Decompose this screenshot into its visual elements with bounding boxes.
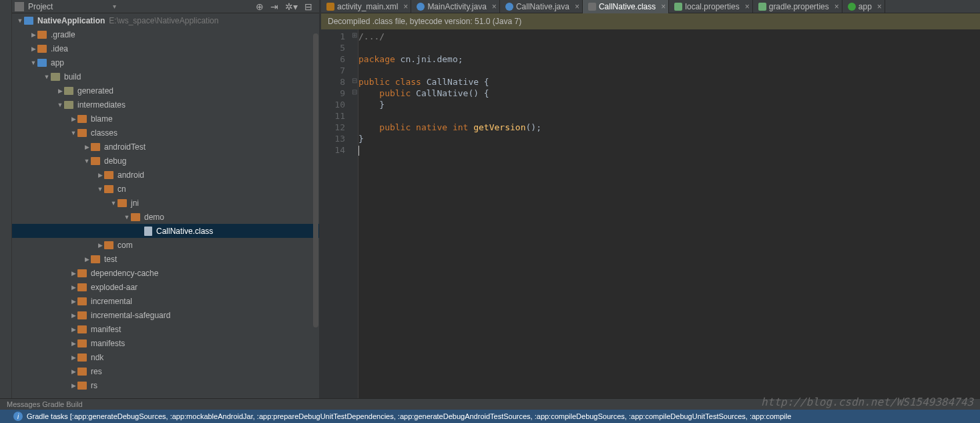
tab-callnative-java[interactable]: CallNative.java× <box>500 0 583 13</box>
label: jni <box>131 198 139 208</box>
tree-item[interactable]: androidTest <box>12 140 319 154</box>
tab-gradle-properties[interactable]: gradle.properties× <box>753 0 842 13</box>
tree-item[interactable]: classes <box>12 126 319 140</box>
expand-icon[interactable] <box>69 270 77 277</box>
expand-icon[interactable] <box>69 312 77 319</box>
tab-local-properties[interactable]: local.properties× <box>669 0 752 13</box>
close-icon[interactable]: × <box>877 2 882 11</box>
expand-icon[interactable] <box>43 74 51 80</box>
tree-item[interactable]: debug <box>12 154 319 168</box>
expand-icon[interactable] <box>69 130 77 136</box>
keyword: package <box>358 54 395 64</box>
expand-icon[interactable] <box>69 368 77 375</box>
tree-item[interactable]: generated <box>12 84 319 98</box>
tab-app-gradle[interactable]: app× <box>842 0 885 13</box>
tree-item[interactable]: ndk <box>12 350 319 364</box>
tree-root[interactable]: NativeApplication E:\ws_space\NativeAppl… <box>12 13 319 27</box>
folder-icon <box>77 382 87 390</box>
label: generated <box>77 86 113 96</box>
close-icon[interactable]: × <box>492 2 497 11</box>
tree-item[interactable]: demo <box>12 210 319 224</box>
fold-expand-icon[interactable]: ⊞ <box>350 29 358 41</box>
tab-activity-main[interactable]: activity_main.xml× <box>321 0 411 13</box>
tree-item[interactable]: app <box>12 55 319 69</box>
tree-item[interactable]: rs <box>12 378 319 392</box>
settings-icon[interactable]: ✲▾ <box>285 1 298 12</box>
tree-item[interactable]: exploded-aar <box>12 280 319 294</box>
folder-icon <box>64 101 73 109</box>
module-icon <box>37 59 47 67</box>
expand-icon[interactable] <box>83 256 91 263</box>
tree-item[interactable]: .idea <box>12 41 319 55</box>
tree-item[interactable]: android <box>12 168 319 182</box>
expand-icon[interactable] <box>29 31 37 38</box>
expand-icon[interactable] <box>69 284 77 291</box>
expand-icon[interactable] <box>96 242 104 249</box>
hide-icon[interactable]: ⊟ <box>304 1 312 12</box>
tree-item[interactable]: blame <box>12 112 319 126</box>
fold-collapse-icon[interactable]: ⊟ <box>350 86 358 98</box>
line-number: 13 <box>321 133 345 144</box>
tree-item[interactable]: incremental <box>12 294 319 308</box>
close-icon[interactable]: × <box>575 2 579 11</box>
project-tree[interactable]: NativeApplication E:\ws_space\NativeAppl… <box>12 13 319 398</box>
tree-item[interactable]: jni <box>12 196 319 210</box>
class-name: CallNative <box>427 77 479 87</box>
tree-item[interactable]: incremental-safeguard <box>12 308 319 322</box>
tree-item-selected[interactable]: CallNative.class <box>12 224 319 238</box>
expand-icon[interactable] <box>83 158 91 164</box>
folder-icon <box>37 31 47 39</box>
tree-item[interactable]: cn <box>12 182 319 196</box>
expand-icon[interactable] <box>83 144 91 150</box>
tree-item[interactable]: .gradle <box>12 27 319 41</box>
tree-item[interactable]: build <box>12 69 319 84</box>
folder-icon <box>104 241 113 249</box>
folder-icon <box>77 354 87 362</box>
properties-file-icon <box>758 3 766 11</box>
constructor-name: CallNative <box>416 88 468 98</box>
expand-icon[interactable] <box>69 354 77 361</box>
tree-item[interactable]: intermediates <box>12 98 319 112</box>
tree-item[interactable]: com <box>12 238 319 252</box>
tree-item[interactable]: dependency-cache <box>12 266 319 280</box>
tab-label: MainActivity.java <box>427 2 486 11</box>
expand-icon[interactable] <box>96 172 104 178</box>
expand-icon[interactable] <box>123 214 131 221</box>
expand-icon[interactable] <box>16 17 24 24</box>
tree-scrollbar[interactable] <box>313 33 318 327</box>
close-icon[interactable]: × <box>834 2 839 11</box>
expand-icon[interactable] <box>69 326 77 333</box>
expand-icon[interactable] <box>109 200 117 206</box>
close-icon[interactable]: × <box>661 2 666 11</box>
tree-item[interactable]: manifest <box>12 322 319 336</box>
project-dropdown-icon[interactable]: ▾ <box>113 3 116 10</box>
tree-item[interactable]: res <box>12 364 319 378</box>
fold-collapse-icon[interactable]: ⊟ <box>350 75 358 86</box>
project-view-label[interactable]: Project <box>28 2 53 11</box>
tree-item[interactable]: manifests <box>12 336 319 350</box>
status-bar[interactable]: Messages Gradle Build <box>0 398 980 410</box>
tab-callnative-class[interactable]: CallNative.class× <box>583 0 669 13</box>
code-editor[interactable]: /.../ package cn.jni.demo; public class … <box>358 29 980 398</box>
collapse-icon[interactable]: ⊕ <box>256 1 264 12</box>
close-icon[interactable]: × <box>745 2 750 11</box>
expand-icon[interactable] <box>69 382 77 389</box>
expand-icon[interactable] <box>56 88 64 94</box>
locate-icon[interactable]: ⇥ <box>270 1 278 12</box>
expand-icon[interactable] <box>69 340 77 347</box>
expand-icon[interactable] <box>69 116 77 122</box>
label: incremental-safeguard <box>91 311 170 320</box>
tree-item[interactable]: test <box>12 252 319 266</box>
label: dependency-cache <box>91 269 158 278</box>
close-icon[interactable]: × <box>403 2 408 11</box>
tab-mainactivity[interactable]: MainActivity.java× <box>411 0 500 13</box>
expand-icon[interactable] <box>29 59 37 66</box>
expand-icon[interactable] <box>96 186 104 192</box>
folder-icon <box>77 297 87 305</box>
expand-icon[interactable] <box>56 102 64 108</box>
java-class-icon <box>417 3 425 11</box>
fold-column[interactable]: ⊞ ⊟ ⊟ <box>350 29 358 398</box>
expand-icon[interactable] <box>29 45 37 52</box>
class-file-icon <box>144 227 152 236</box>
expand-icon[interactable] <box>69 298 77 305</box>
